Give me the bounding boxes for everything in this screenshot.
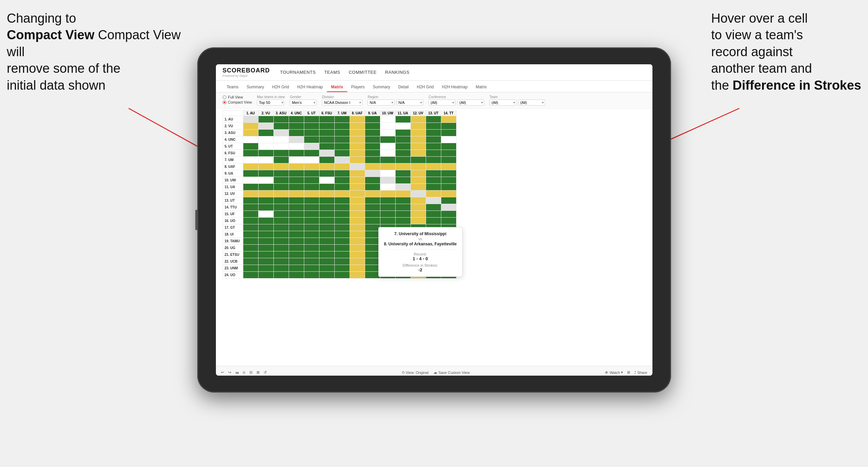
matrix-cell[interactable] — [395, 130, 410, 136]
matrix-cell[interactable] — [334, 136, 350, 143]
matrix-cell[interactable] — [410, 191, 426, 197]
matrix-cell[interactable] — [304, 224, 319, 231]
matrix-cell[interactable] — [365, 177, 380, 184]
matrix-cell[interactable] — [334, 123, 350, 130]
matrix-cell[interactable] — [319, 150, 334, 157]
matrix-cell[interactable] — [289, 218, 304, 224]
matrix-cell[interactable] — [410, 163, 426, 170]
layout-button[interactable]: ⊞ — [627, 370, 630, 375]
matrix-cell[interactable] — [334, 130, 350, 136]
team-select[interactable]: (All) — [489, 99, 516, 106]
matrix-cell[interactable] — [395, 218, 410, 224]
matrix-cell[interactable] — [426, 163, 441, 170]
matrix-cell[interactable] — [380, 157, 395, 163]
matrix-cell[interactable] — [289, 177, 304, 184]
matrix-cell[interactable] — [395, 150, 410, 157]
matrix-cell[interactable] — [426, 116, 441, 123]
matrix-cell[interactable] — [426, 130, 441, 136]
nav-teams[interactable]: TEAMS — [324, 70, 340, 75]
matrix-cell[interactable] — [289, 184, 304, 191]
matrix-cell[interactable] — [334, 238, 350, 245]
matrix-cell[interactable] — [365, 231, 380, 238]
matrix-cell[interactable] — [289, 211, 304, 218]
matrix-cell[interactable] — [304, 245, 319, 251]
matrix-cell[interactable] — [273, 170, 289, 177]
matrix-cell[interactable] — [243, 157, 258, 163]
matrix-cell[interactable] — [319, 251, 334, 258]
matrix-cell[interactable] — [289, 130, 304, 136]
matrix-cell[interactable] — [304, 177, 319, 184]
matrix-cell[interactable] — [426, 197, 441, 204]
matrix-cell[interactable] — [319, 191, 334, 197]
matrix-cell[interactable] — [334, 218, 350, 224]
matrix-cell[interactable] — [258, 123, 273, 130]
matrix-cell[interactable] — [410, 218, 426, 224]
matrix-cell[interactable] — [319, 231, 334, 238]
matrix-cell[interactable] — [289, 123, 304, 130]
matrix-cell[interactable] — [319, 258, 334, 265]
matrix-cell[interactable] — [289, 245, 304, 251]
matrix-cell[interactable] — [304, 265, 319, 272]
save-custom-button[interactable]: ☁ Save Custom View — [433, 370, 470, 375]
tab-h2h-grid[interactable]: H2H Grid — [268, 83, 293, 92]
watch-button[interactable]: 👁 Watch ▾ — [605, 370, 623, 375]
matrix-cell[interactable] — [395, 157, 410, 163]
matrix-cell[interactable] — [334, 211, 350, 218]
tab-h2h-heatmap2[interactable]: H2H Heatmap — [438, 83, 472, 92]
matrix-cell[interactable] — [258, 136, 273, 143]
matrix-cell[interactable] — [350, 136, 365, 143]
gender-select[interactable]: Men's — [290, 99, 317, 106]
matrix-cell[interactable] — [380, 170, 395, 177]
matrix-cell[interactable] — [350, 231, 365, 238]
matrix-cell[interactable] — [350, 143, 365, 150]
matrix-cell[interactable] — [304, 136, 319, 143]
matrix-cell[interactable] — [304, 238, 319, 245]
matrix-cell[interactable] — [410, 123, 426, 130]
matrix-cell[interactable] — [258, 191, 273, 197]
matrix-cell[interactable] — [319, 170, 334, 177]
matrix-cell[interactable] — [273, 143, 289, 150]
matrix-cell[interactable] — [350, 116, 365, 123]
matrix-cell[interactable] — [334, 157, 350, 163]
matrix-cell[interactable] — [258, 184, 273, 191]
matrix-cell[interactable] — [289, 224, 304, 231]
tab-detail[interactable]: Detail — [394, 83, 413, 92]
matrix-cell[interactable] — [365, 218, 380, 224]
matrix-cell[interactable] — [334, 184, 350, 191]
matrix-cell[interactable] — [441, 163, 456, 170]
matrix-cell[interactable] — [410, 170, 426, 177]
matrix-cell[interactable] — [426, 218, 441, 224]
matrix-cell[interactable] — [441, 170, 456, 177]
matrix-cell[interactable] — [273, 157, 289, 163]
matrix-cell[interactable] — [273, 123, 289, 130]
matrix-cell[interactable] — [395, 123, 410, 130]
matrix-cell[interactable] — [273, 177, 289, 184]
matrix-cell[interactable] — [365, 204, 380, 211]
matrix-cell[interactable] — [410, 150, 426, 157]
view-original-button[interactable]: ⊙ View: Original — [402, 370, 429, 375]
matrix-cell[interactable] — [334, 143, 350, 150]
matrix-cell[interactable] — [334, 245, 350, 251]
tab-summary2[interactable]: Summary — [369, 83, 394, 92]
matrix-cell[interactable] — [273, 184, 289, 191]
matrix-cell[interactable] — [365, 157, 380, 163]
matrix-cell[interactable] — [380, 197, 395, 204]
matrix-cell[interactable] — [258, 265, 273, 272]
matrix-cell[interactable] — [380, 150, 395, 157]
matrix-cell[interactable] — [441, 184, 456, 191]
matrix-cell[interactable] — [441, 197, 456, 204]
matrix-cell[interactable] — [350, 157, 365, 163]
matrix-cell[interactable] — [258, 245, 273, 251]
matrix-cell[interactable] — [304, 170, 319, 177]
matrix-cell[interactable] — [319, 157, 334, 163]
tab-h2h-grid2[interactable]: H2H Grid — [413, 83, 438, 92]
matrix-cell[interactable] — [441, 218, 456, 224]
matrix-cell[interactable] — [304, 211, 319, 218]
tab-teams[interactable]: Teams — [223, 83, 243, 92]
matrix-cell[interactable] — [273, 238, 289, 245]
matrix-cell[interactable] — [350, 218, 365, 224]
matrix-cell[interactable] — [304, 251, 319, 258]
matrix-cell[interactable] — [380, 163, 395, 170]
matrix-cell[interactable] — [258, 170, 273, 177]
matrix-cell[interactable] — [350, 272, 365, 279]
